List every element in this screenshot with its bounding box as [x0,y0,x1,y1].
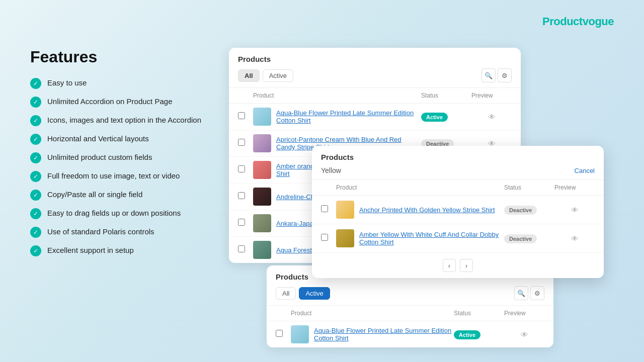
product-thumbnail [253,214,271,232]
features-section: Features ✓ Easy to use ✓ Unlimited Accor… [30,48,216,263]
check-icon: ✓ [30,134,41,145]
modal-pagination: ‹ › [312,253,604,278]
table-row: Amber Yellow With White Cuff And Collar … [312,224,604,253]
feature-text: Full freedom to use image, text or video [47,170,180,182]
product-name-link[interactable]: Aqua-Blue Flower Printed Late Summer Edi… [314,327,454,342]
status-badge: Active [454,330,480,339]
feature-item: ✓ Easy to use [30,77,216,89]
modal-overlay: Products Yellow Cancel Product Status Pr… [312,146,604,278]
table-row: Aqua-Blue Flower Printed Late Summer Edi… [229,104,521,130]
preview-icon[interactable]: 👁 [554,206,595,214]
check-icon: ✓ [30,115,41,126]
feature-item: ✓ Copy/Paste all or single field [30,189,216,201]
product-thumbnail [253,241,271,259]
feature-text: Horizontal and Vertical layouts [47,133,149,144]
row-checkbox[interactable] [238,112,245,119]
modal-table-header: Product Status Preview [312,180,604,196]
feature-text: Use of standard Polaris controls [47,226,154,237]
product-cell: Aqua-Blue Flower Printed Late Summer Edi… [253,108,421,126]
feature-text: Easy to drag fields up or down positions [47,208,181,219]
product-thumbnail [253,188,271,206]
logo-text-after: ogue [588,15,614,28]
check-icon: ✓ [30,78,41,89]
col-product: Product [253,92,421,99]
feature-item: ✓ Icons, images and text option in the A… [30,115,216,126]
modal-col-product: Product [336,184,504,191]
logo: Productvogue [542,15,614,28]
row-checkbox[interactable] [238,139,245,146]
col-status: Status [421,92,471,99]
bottom-col-product: Product [291,310,454,317]
product-thumbnail [253,134,271,152]
feature-text: Unlimited product custom fields [47,152,152,163]
check-icon: ✓ [30,245,41,256]
bottom-search-icon-btn[interactable]: 🔍 [514,286,528,300]
bottom-table-header: Product Status Preview [267,306,553,321]
bottom-panel-tabs: All Active 🔍 ⚙ [267,281,553,306]
modal-cancel-btn[interactable]: Cancel [575,167,595,174]
bottom-filter-icon-btn[interactable]: ⚙ [530,286,544,300]
status-cell: Active [454,330,504,339]
feature-text: Icons, images and text option in the Acc… [47,115,201,126]
row-checkbox[interactable] [238,245,245,252]
filter-icon-btn[interactable]: ⚙ [498,68,512,82]
preview-icon[interactable]: 👁 [504,330,544,339]
feature-item: ✓ Unlimited product custom fields [30,152,216,163]
row-checkbox[interactable] [238,192,245,199]
product-thumbnail [291,325,309,343]
feature-text: Unlimited Accordion on Product Page [47,96,172,107]
main-panel-tabs: All Active 🔍 ⚙ [229,63,521,88]
feature-item: ✓ Unlimited Accordion on Product Page [30,96,216,108]
row-checkbox[interactable] [238,219,245,226]
status-cell: Deactive [504,234,554,243]
feature-item: ✓ Full freedom to use image, text or vid… [30,170,216,182]
product-name-link[interactable]: Aqua-Blue Flower Printed Late Summer Edi… [276,109,421,124]
modal-search-text: Yellow [321,166,341,174]
check-icon: ✓ [30,190,41,201]
tab-all[interactable]: All [238,69,260,82]
feature-text: Easy to use [47,77,87,88]
features-list: ✓ Easy to use ✓ Unlimited Accordion on P… [30,77,216,256]
feature-text: Excellent support in setup [47,245,134,256]
check-icon: ✓ [30,152,41,163]
preview-icon[interactable]: 👁 [554,234,595,243]
panel-actions: 🔍 ⚙ [481,68,512,82]
prev-page-btn[interactable]: ‹ [443,259,456,272]
modal-title: Products [312,146,604,161]
row-checkbox[interactable] [238,165,245,172]
row-checkbox[interactable] [321,234,328,241]
next-page-btn[interactable]: › [460,259,473,272]
product-cell: Aqua-Blue Flower Printed Late Summer Edi… [291,325,454,343]
status-badge: Active [421,113,448,122]
bottom-panel-actions: 🔍 ⚙ [514,286,544,300]
product-name-link[interactable]: Amber Yellow With White Cuff And Collar … [359,231,504,246]
check-icon: ✓ [30,171,41,182]
status-cell: Active [421,112,471,121]
bottom-col-status: Status [454,310,504,317]
product-cell: Anchor Printed With Golden Yellow Stripe… [336,201,504,219]
row-checkbox[interactable] [321,205,328,212]
product-name-link[interactable]: Anchor Printed With Golden Yellow Stripe… [359,206,495,214]
preview-icon[interactable]: 👁 [471,113,512,121]
row-checkbox[interactable] [276,330,283,337]
table-row: Aqua-Blue Flower Printed Late Summer Edi… [267,321,553,347]
check-icon: ✓ [30,227,41,238]
product-thumbnail [253,161,271,179]
search-icon-btn[interactable]: 🔍 [481,68,496,82]
col-preview: Preview [471,92,512,99]
check-icon: ✓ [30,208,41,219]
status-badge: Deactive [504,234,537,243]
bottom-tab-all[interactable]: All [276,287,296,300]
main-panel-title: Products [229,48,521,63]
modal-col-preview: Preview [554,184,595,191]
table-row: Anchor Printed With Golden Yellow Stripe… [312,196,604,224]
bottom-col-preview: Preview [504,310,544,317]
bottom-tab-active[interactable]: Active [299,287,330,300]
status-badge: Deactive [504,206,537,215]
features-title: Features [30,48,216,66]
product-thumbnail [336,201,354,219]
modal-col-status: Status [504,184,554,191]
feature-item: ✓ Easy to drag fields up or down positio… [30,208,216,219]
main-table-header: Product Status Preview [229,88,521,104]
tab-active[interactable]: Active [263,69,293,82]
